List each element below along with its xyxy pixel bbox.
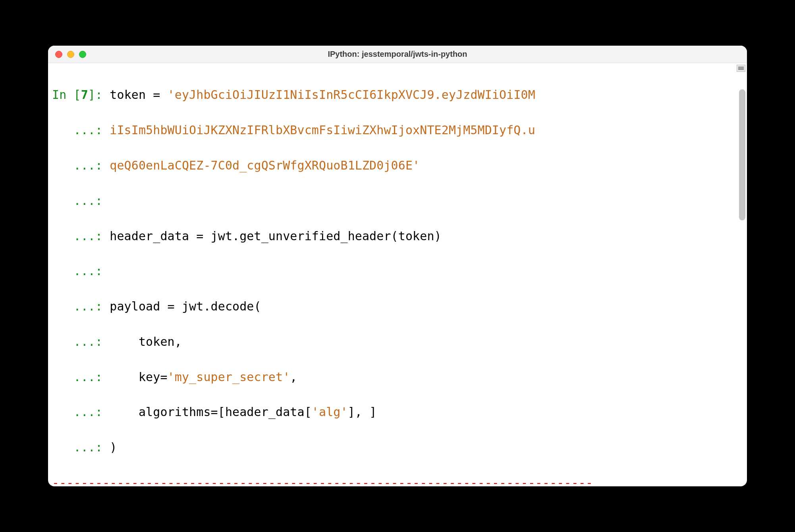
code-line: In [7]: token = 'eyJhbGciOiJIUzI1NiIsInR… [51, 86, 744, 104]
window-titlebar: IPython: jesstemporal/jwts-in-python [48, 46, 747, 63]
minimize-button[interactable] [67, 51, 74, 58]
code-line: ...: header_data = jwt.get_unverified_he… [51, 227, 744, 245]
code-line: ...: [51, 262, 744, 280]
code-line: ...: algorithms=[header_data['alg'], ] [51, 403, 744, 421]
maximize-button[interactable] [79, 51, 86, 58]
code-line: ...: token, [51, 333, 744, 351]
code-line: ...: qeQ60enLaCQEZ-7C0d_cgQSrWfgXRQuoB1L… [51, 157, 744, 174]
code-line: ...: ) [51, 439, 744, 456]
code-line: ...: key='my_super_secret', [51, 368, 744, 386]
terminal-content[interactable]: In [7]: token = 'eyJhbGciOiJIUzI1NiIsInR… [48, 63, 747, 486]
close-button[interactable] [55, 51, 62, 58]
code-line: ...: iIsIm5hbWUiOiJKZXNzIFRlbXBvcmFsIiwi… [51, 121, 744, 139]
code-line: ...: payload = jwt.decode( [51, 298, 744, 315]
window-title: IPython: jesstemporal/jwts-in-python [48, 50, 747, 59]
code-line: ...: [51, 192, 744, 210]
scrollbar-thumb[interactable] [739, 89, 745, 220]
window-controls [55, 51, 86, 58]
terminal-window: IPython: jesstemporal/jwts-in-python In … [48, 46, 747, 486]
traceback-separator: ----------------------------------------… [51, 474, 744, 486]
